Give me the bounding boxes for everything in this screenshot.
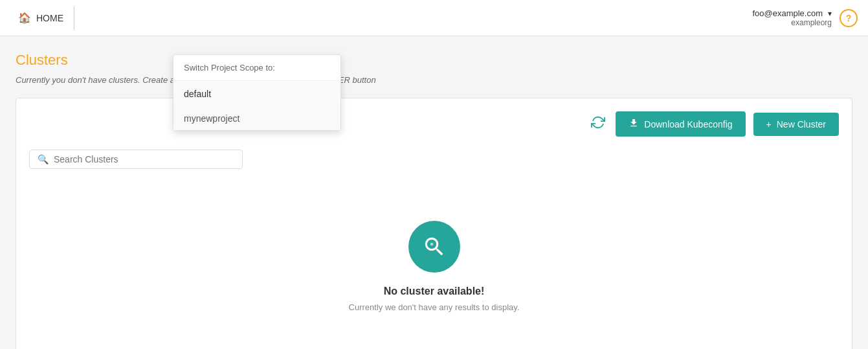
dropdown-item-mynewproject[interactable]: mynewproject — [173, 107, 340, 130]
help-button[interactable]: ? — [840, 9, 858, 27]
plus-icon: + — [766, 119, 772, 129]
user-email-text: foo@example.com — [752, 8, 823, 18]
new-cluster-label: New Cluster — [777, 119, 826, 129]
nav-right: foo@example.com ▾ exampleorg ? — [752, 8, 858, 27]
dropdown-item-label: mynewproject — [184, 113, 239, 124]
download-kubeconfig-button[interactable]: Download Kubeconfig — [616, 111, 745, 137]
empty-state-icon-circle — [408, 221, 460, 273]
search-input[interactable] — [54, 154, 234, 164]
download-kubeconfig-label: Download Kubeconfig — [644, 119, 732, 129]
refresh-icon — [591, 115, 605, 133]
top-nav: 🏠 HOME Switch Project Scope to: default … — [0, 0, 868, 36]
download-icon — [629, 118, 639, 130]
empty-state-title: No cluster available! — [384, 286, 485, 297]
clusters-toolbar: Download Kubeconfig + New Cluster — [29, 111, 839, 137]
project-scope-dropdown: Switch Project Scope to: default mynewpr… — [173, 54, 341, 131]
user-org: exampleorg — [791, 18, 832, 27]
home-label: HOME — [36, 13, 63, 23]
user-info: foo@example.com ▾ exampleorg — [752, 8, 832, 27]
dropdown-item-default[interactable]: default — [173, 81, 340, 107]
search-input-container: 🔍 — [29, 150, 243, 169]
help-icon: ? — [846, 13, 852, 23]
new-cluster-button[interactable]: + New Cluster — [753, 113, 839, 136]
dropdown-item-label: default — [184, 89, 211, 99]
home-nav-item[interactable]: 🏠 HOME — [10, 12, 71, 24]
svg-point-0 — [430, 243, 433, 246]
user-email[interactable]: foo@example.com ▾ — [752, 8, 832, 18]
empty-state-subtitle: Currently we don't have any results to d… — [349, 302, 520, 312]
search-wrapper: 🔍 — [29, 150, 839, 169]
page-title: Clusters — [16, 52, 852, 69]
search-icon: 🔍 — [38, 154, 49, 164]
home-icon: 🏠 — [18, 12, 31, 24]
nav-divider — [74, 6, 74, 30]
no-results-icon — [422, 234, 447, 259]
dropdown-header: Switch Project Scope to: — [173, 55, 340, 81]
empty-state: No cluster available! Currently we don't… — [29, 182, 839, 338]
clusters-panel: Download Kubeconfig + New Cluster 🔍 No — [16, 98, 852, 349]
main-content: Clusters Currently you don't have cluste… — [0, 36, 868, 349]
chevron-down-icon: ▾ — [828, 9, 832, 18]
refresh-button[interactable] — [588, 113, 608, 135]
page-subtitle: Currently you don't have clusters. Creat… — [16, 75, 852, 85]
